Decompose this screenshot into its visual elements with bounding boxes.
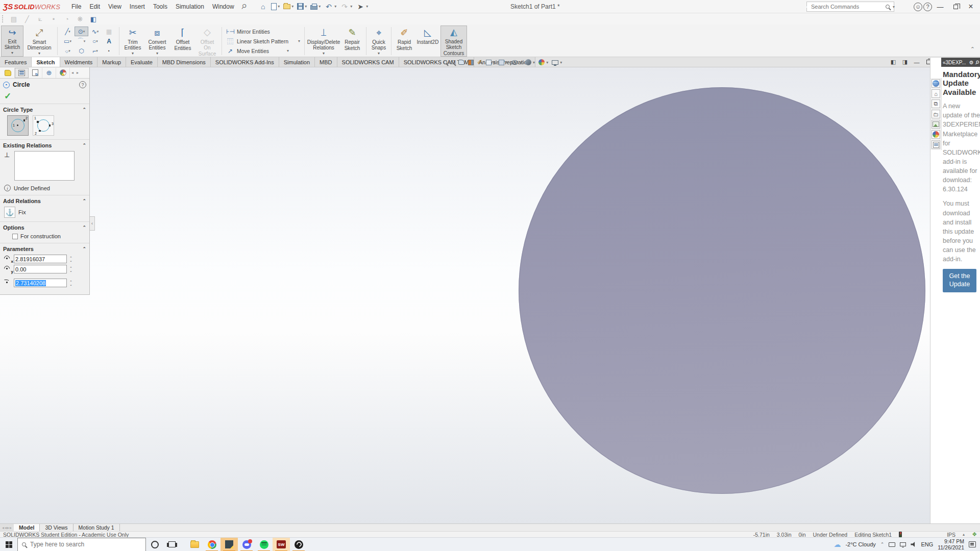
line-tool-icon[interactable]: ╱	[22, 15, 32, 23]
task-view-button[interactable]	[163, 538, 181, 551]
quick-snaps-button[interactable]: ⌖ Quick Snaps ▾	[369, 26, 389, 57]
menu-insert[interactable]: Insert	[126, 0, 149, 13]
for-construction-checkbox[interactable]	[12, 234, 18, 239]
trim-entities-button[interactable]: ✂ Trim Entities ▾	[121, 26, 144, 57]
tab-solidworks-cam[interactable]: SOLIDWORKS CAM	[337, 57, 399, 67]
ok-check-button[interactable]: ✓	[0, 91, 89, 104]
menu-window[interactable]: Window	[208, 0, 238, 13]
point-tool[interactable]: ▪	[102, 46, 116, 56]
toolbar-grip[interactable]	[2, 15, 4, 22]
previous-view-button[interactable]	[458, 60, 464, 65]
doc-tile-right-icon[interactable]: ◨	[900, 58, 910, 66]
relations-listbox[interactable]	[14, 151, 75, 181]
spinner-arrows[interactable]: ⌃⌄	[69, 257, 72, 262]
notification-center-icon[interactable]	[969, 541, 976, 547]
dynamic-annotation-button[interactable]: ✐	[477, 59, 482, 66]
tab-evaluate[interactable]: Evaluate	[126, 57, 158, 67]
get-update-button[interactable]: Get the Update	[943, 269, 976, 292]
solidworks-button[interactable]: SW	[273, 538, 290, 551]
sketch-picture-tool[interactable]: ▦	[102, 27, 116, 36]
custom-properties-button[interactable]	[932, 140, 940, 149]
taskbar-search[interactable]	[17, 538, 146, 551]
print-button[interactable]: ▾	[309, 4, 322, 10]
radius-field[interactable]: 2.73140208	[14, 279, 67, 287]
spotify-button[interactable]	[255, 538, 273, 551]
offset-entities-button[interactable]: ⌈ Offset Entities	[170, 26, 195, 57]
tab-sketch[interactable]: Sketch	[32, 57, 60, 67]
spinner-arrows[interactable]: ⌃⌄	[69, 267, 72, 272]
arc-tool[interactable]: ⌒▾	[75, 36, 88, 46]
obs-button[interactable]	[290, 538, 307, 551]
select-button[interactable]: ➤▾	[355, 2, 369, 11]
new-document-button[interactable]: ▾	[270, 3, 281, 10]
file-explorer-button[interactable]: 🗀	[932, 110, 940, 118]
tab-solidworks-add-ins[interactable]: SOLIDWORKS Add-Ins	[211, 57, 279, 67]
text-tool[interactable]: A	[102, 36, 116, 46]
weather-label[interactable]: -2°C Cloudy	[845, 541, 875, 547]
task-pane-header[interactable]: «3DEXP... ⚙ ⚲	[941, 58, 980, 67]
line-tool[interactable]: ╱▾	[61, 27, 75, 36]
circle-tool[interactable]: ⊙▾	[75, 27, 88, 36]
start-button[interactable]	[0, 538, 17, 551]
display-manager-tab[interactable]	[56, 68, 70, 78]
zoom-to-area-button[interactable]	[451, 60, 455, 64]
slot-tool[interactable]: ⌔▾	[61, 46, 75, 56]
sketch-circle[interactable]	[519, 87, 925, 494]
convert-entities-button[interactable]: ⧈ Convert Entities ▾	[144, 26, 170, 57]
tab-mbd[interactable]: MBD	[315, 57, 337, 67]
command-search[interactable]: ▾	[806, 2, 894, 12]
mirror-entities-button[interactable]: ⊦⊣ Mirror Entities	[226, 27, 300, 36]
graphics-area[interactable]	[0, 67, 942, 523]
surface-tool-icon[interactable]: ▤	[9, 15, 18, 23]
language-label[interactable]: ENG	[921, 541, 933, 547]
rapid-sketch-button[interactable]: ✐ Rapid Sketch	[394, 26, 415, 57]
menu-simulation[interactable]: Simulation	[172, 0, 208, 13]
pin-icon[interactable]: ⚲	[974, 59, 980, 65]
view-settings-button[interactable]: ▾	[552, 60, 562, 65]
search-commands-input[interactable]	[811, 4, 884, 10]
help-icon[interactable]: ?	[923, 3, 932, 11]
exit-sketch-button[interactable]: ↪ Exit Sketch ▾	[1, 26, 23, 57]
collapse-chevron-icon[interactable]: ⌃	[82, 107, 86, 112]
search-dropdown-icon[interactable]: ▾	[893, 5, 895, 9]
redo-button[interactable]: ↷▾	[339, 2, 353, 11]
user-account-icon[interactable]: ☺	[914, 3, 922, 11]
units-dropdown-icon[interactable]: ▴	[963, 532, 965, 537]
file-explorer-button[interactable]	[186, 538, 203, 551]
doc-minimize-button[interactable]: —	[912, 58, 922, 66]
notes-app-button[interactable]	[220, 538, 238, 551]
doc-tile-left-icon[interactable]: ◧	[888, 58, 898, 66]
spinner-arrows[interactable]: ⌃⌄	[69, 281, 72, 286]
appearances-scenes-button[interactable]	[932, 130, 940, 139]
hide-show-items-button[interactable]: ▾	[511, 60, 522, 65]
revolve-tool-icon[interactable]: ◔	[62, 15, 71, 23]
unit-system-label[interactable]: IPS	[947, 532, 955, 538]
coordinate-system-icon[interactable]: ⟀	[36, 15, 45, 23]
collapse-chevron-icon[interactable]: ⌃	[82, 246, 86, 252]
cortana-button[interactable]	[146, 538, 163, 551]
tab-weldments[interactable]: Weldments	[60, 57, 98, 67]
motion-study-tab[interactable]: Motion Study 1	[74, 524, 120, 531]
menu-view[interactable]: View	[104, 0, 126, 13]
taskbar-search-input[interactable]	[30, 541, 141, 548]
property-manager-tab[interactable]	[15, 68, 29, 78]
collapse-chevron-icon[interactable]: ⌃	[82, 225, 86, 230]
design-library-button[interactable]: ⧉	[932, 99, 940, 108]
view-palette-button[interactable]	[932, 120, 940, 129]
home-button[interactable]: ⌂	[932, 89, 940, 98]
tab-simulation[interactable]: Simulation	[279, 57, 315, 67]
display-style-button[interactable]: ▾	[499, 60, 508, 65]
tab-features[interactable]: Features	[0, 57, 32, 67]
touch-keyboard-icon[interactable]	[889, 542, 895, 547]
repair-sketch-button[interactable]: ✎ Repair Sketch	[340, 26, 364, 57]
mesh-tool-icon[interactable]: ❋	[76, 15, 85, 23]
center-x-field[interactable]: 2.81916037	[14, 255, 67, 263]
zoom-to-fit-button[interactable]	[443, 60, 447, 64]
attachment-tool-icon[interactable]: ◧	[89, 15, 98, 23]
menu-edit[interactable]: Edit	[85, 0, 104, 13]
undo-button[interactable]: ↶▾	[323, 2, 337, 11]
rectangle-tool[interactable]: ▭▾	[61, 36, 75, 46]
display-delete-relations-button[interactable]: ⟘ Display/Delete Relations ▾	[307, 26, 340, 57]
instant2d-button[interactable]: ◺ Instant2D	[415, 26, 440, 57]
edit-appearance-button[interactable]: ▾	[525, 59, 535, 65]
